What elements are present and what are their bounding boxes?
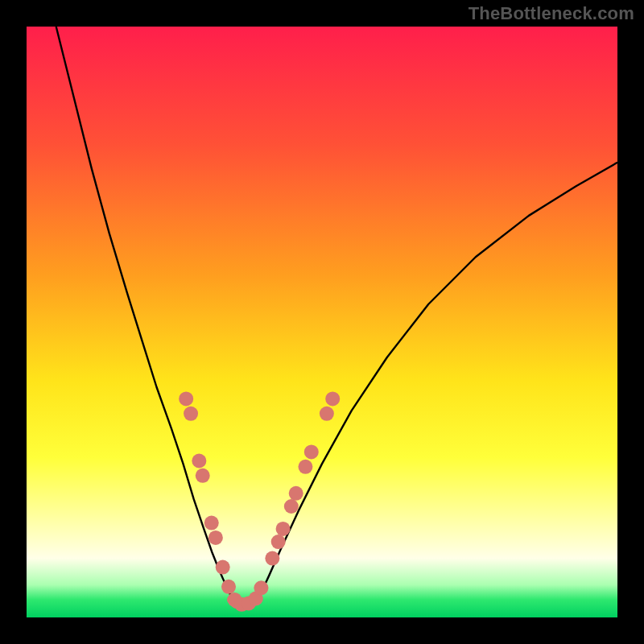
marker-point [289, 486, 303, 501]
marker-point [320, 407, 334, 421]
marker-point [184, 407, 198, 421]
marker-point [298, 460, 312, 474]
marker-point [192, 453, 206, 468]
marker-point [204, 516, 219, 530]
marker-point [221, 580, 236, 594]
marker-point [216, 560, 230, 575]
marker-point [271, 535, 286, 549]
marker-point [325, 391, 340, 406]
marker-point [179, 391, 193, 406]
marker-point [208, 530, 223, 545]
chart-svg [0, 0, 644, 644]
marker-point [254, 580, 268, 595]
marker-point [265, 551, 279, 566]
marker-point [304, 444, 319, 459]
marker-point [284, 499, 299, 514]
watermark-text: TheBottleneck.com [469, 3, 634, 24]
marker-point [276, 522, 291, 536]
plot-background [27, 27, 617, 617]
canvas-frame: TheBottleneck.com [0, 0, 644, 644]
marker-point [196, 469, 210, 483]
